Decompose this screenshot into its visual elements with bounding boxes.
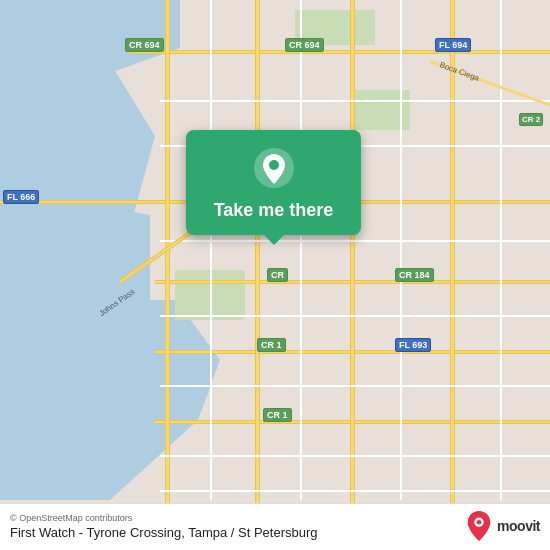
take-me-there-button[interactable]: Take me there bbox=[214, 200, 334, 221]
bottom-text-area: © OpenStreetMap contributors First Watch… bbox=[10, 513, 465, 540]
water-inlet bbox=[50, 200, 150, 350]
road-h-minor-5 bbox=[160, 385, 550, 387]
road-h-minor-4 bbox=[160, 315, 550, 317]
moovit-pin-icon bbox=[465, 510, 493, 542]
road-v-minor-1 bbox=[210, 0, 212, 500]
road-v-minor-3 bbox=[400, 0, 402, 500]
bottom-bar: © OpenStreetMap contributors First Watch… bbox=[0, 503, 550, 550]
location-name: First Watch - Tyrone Crossing, Tampa / S… bbox=[10, 525, 465, 540]
road-h-minor-7 bbox=[160, 490, 550, 492]
road-label-cr694-mid: CR 694 bbox=[285, 38, 324, 52]
road-label-cr1: CR 1 bbox=[257, 338, 286, 352]
road-h-minor-3 bbox=[160, 240, 550, 242]
road-h-minor-6 bbox=[160, 455, 550, 457]
road-v4 bbox=[450, 0, 455, 550]
popup-card: Take me there bbox=[186, 130, 361, 235]
moovit-brand-text: moovit bbox=[497, 518, 540, 534]
moovit-logo: moovit bbox=[465, 510, 540, 542]
road-label-cr184: CR 184 bbox=[395, 268, 434, 282]
map-container: Johns Pass Boca Ciega CR 694 CR 694 FL 6… bbox=[0, 0, 550, 550]
road-h-minor-1 bbox=[160, 100, 550, 102]
location-pin-icon bbox=[252, 146, 296, 190]
map-attribution: © OpenStreetMap contributors bbox=[10, 513, 465, 523]
road-label-cr694-left: CR 694 bbox=[125, 38, 164, 52]
road-label-fl693: FL 693 bbox=[395, 338, 431, 352]
road-label-cr: CR bbox=[267, 268, 288, 282]
road-label-fl694: FL 694 bbox=[435, 38, 471, 52]
road-label-cr1-bot: CR 1 bbox=[263, 408, 292, 422]
road-v1 bbox=[165, 0, 170, 550]
road-label-fl666: FL 666 bbox=[3, 190, 39, 204]
svg-point-1 bbox=[269, 160, 279, 170]
road-label-cr2: CR 2 bbox=[519, 113, 543, 126]
svg-point-3 bbox=[477, 520, 482, 525]
road-v2 bbox=[255, 0, 260, 550]
road-v3 bbox=[350, 0, 355, 550]
road-cr694 bbox=[130, 50, 550, 54]
road-v-minor-2 bbox=[300, 0, 302, 500]
road-v-minor-4 bbox=[500, 0, 502, 500]
